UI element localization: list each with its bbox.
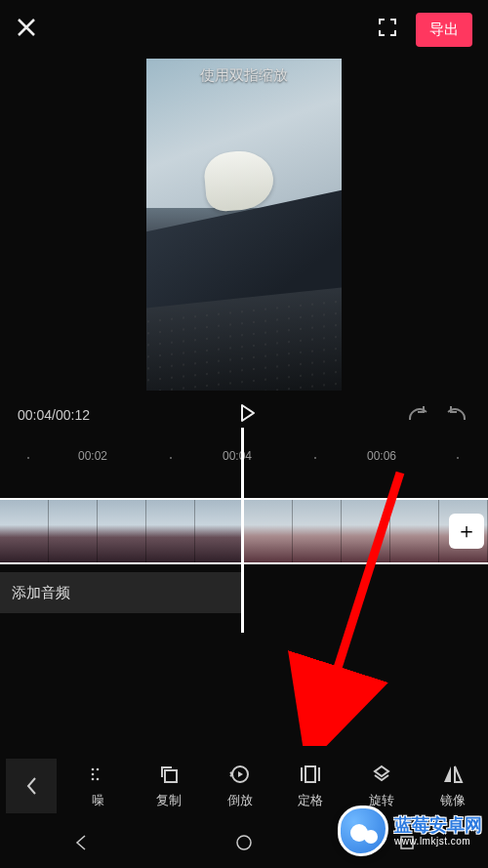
- export-button[interactable]: 导出: [416, 13, 472, 47]
- pinch-hint: 使用双指缩放: [146, 66, 342, 85]
- reverse-icon: [229, 763, 251, 786]
- svg-rect-6: [165, 770, 177, 782]
- svg-rect-8: [305, 766, 315, 782]
- copy-icon: [158, 763, 180, 786]
- timeline[interactable]: ＋ 添加音频: [0, 498, 488, 613]
- playback-bar: 00:04/00:12: [0, 391, 488, 439]
- add-clip-button[interactable]: ＋: [449, 514, 484, 549]
- time-display: 00:04/00:12: [18, 407, 90, 423]
- svg-point-5: [97, 778, 100, 781]
- clip-thumb[interactable]: [195, 500, 244, 562]
- watermark-url: www.lmkjst.com: [394, 836, 482, 847]
- rotate-icon: [371, 763, 392, 786]
- watermark-title: 蓝莓安卓网: [394, 815, 482, 836]
- svg-point-11: [237, 836, 251, 849]
- close-button[interactable]: [16, 15, 37, 45]
- tool-label: 噪: [92, 792, 104, 809]
- top-bar: 导出: [0, 0, 488, 59]
- video-track[interactable]: ＋: [0, 498, 488, 564]
- clip-thumb[interactable]: [293, 500, 342, 562]
- clip-thumb[interactable]: [244, 500, 293, 562]
- tool-label: 倒放: [227, 792, 253, 809]
- watermark-logo: [338, 806, 388, 856]
- tool-noise[interactable]: 噪: [62, 763, 134, 809]
- svg-point-4: [97, 768, 100, 771]
- clip-thumb[interactable]: [98, 500, 146, 562]
- clip-thumb[interactable]: [146, 500, 195, 562]
- svg-point-3: [92, 778, 95, 781]
- nav-back-icon[interactable]: [71, 833, 91, 856]
- mirror-icon: [441, 763, 465, 786]
- play-button[interactable]: [90, 402, 404, 428]
- undo-button[interactable]: [404, 402, 429, 428]
- ruler-mark: 00:06: [367, 449, 396, 463]
- video-preview[interactable]: 使用双指缩放: [0, 59, 488, 391]
- tool-reverse[interactable]: 倒放: [204, 763, 275, 809]
- clip-thumb[interactable]: [390, 500, 439, 562]
- add-audio-track[interactable]: 添加音频: [0, 572, 242, 613]
- clip-thumb[interactable]: [49, 500, 98, 562]
- freeze-icon: [299, 763, 322, 786]
- ruler-mark: 00:04: [223, 449, 252, 463]
- clip-thumb[interactable]: [342, 500, 390, 562]
- time-ruler[interactable]: 00:02 00:04 00:06: [0, 443, 488, 469]
- tool-copy[interactable]: 复制: [134, 763, 205, 809]
- fullscreen-icon[interactable]: [377, 17, 398, 42]
- tool-label: 定格: [298, 792, 323, 809]
- tool-label: 复制: [156, 792, 182, 809]
- playhead[interactable]: [241, 428, 244, 633]
- ruler-mark: 00:02: [78, 449, 107, 463]
- redo-button[interactable]: [445, 402, 470, 428]
- preview-frame: 使用双指缩放: [146, 59, 342, 391]
- svg-point-1: [92, 768, 95, 771]
- svg-point-2: [92, 773, 95, 776]
- watermark: 蓝莓安卓网 www.lmkjst.com: [338, 806, 482, 856]
- dots-icon: [89, 763, 106, 786]
- clip-thumb[interactable]: [0, 500, 49, 562]
- tool-mirror[interactable]: 镜像: [417, 763, 488, 809]
- add-audio-label: 添加音频: [12, 584, 70, 602]
- tool-freeze[interactable]: 定格: [275, 763, 346, 809]
- tool-rotate[interactable]: 旋转: [346, 763, 418, 809]
- toolbar-back-button[interactable]: [6, 759, 57, 813]
- nav-home-icon[interactable]: [234, 833, 254, 856]
